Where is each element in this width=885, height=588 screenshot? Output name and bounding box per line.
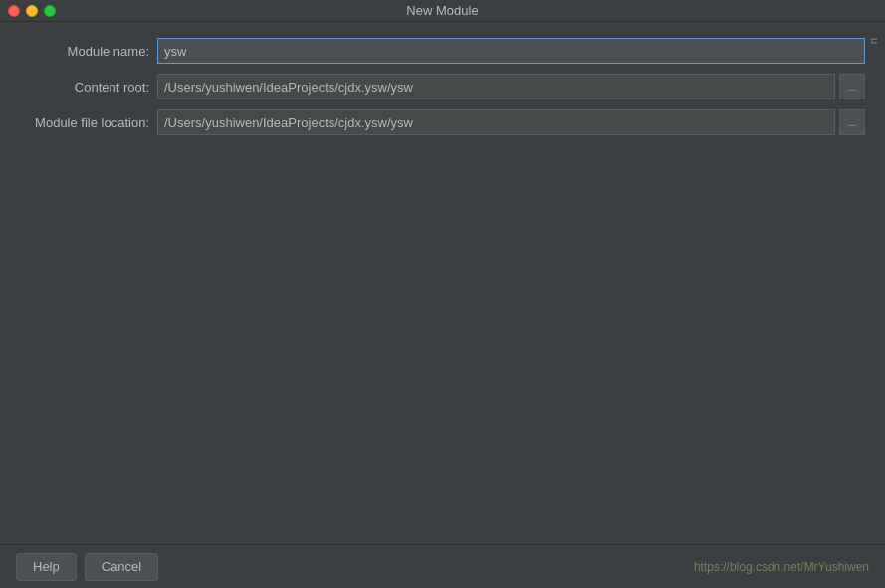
module-name-label: Module name: [20, 44, 149, 59]
module-file-location-browse-button[interactable]: ... [839, 109, 865, 135]
empty-area [20, 145, 865, 528]
window-controls [8, 5, 56, 17]
footer: Help Cancel https://blog.csdn.net/MrYush… [0, 544, 885, 588]
module-file-location-input[interactable] [157, 109, 835, 135]
footer-link: https://blog.csdn.net/MrYushiwen [694, 560, 869, 574]
footer-buttons: Help Cancel [16, 553, 158, 581]
close-button[interactable] [8, 5, 20, 17]
content-root-input[interactable] [157, 74, 835, 99]
module-file-location-row: Module file location: ... [20, 109, 865, 135]
maximize-button[interactable] [44, 5, 56, 17]
module-file-location-label: Module file location: [20, 115, 149, 130]
minimize-button[interactable] [26, 5, 38, 17]
content-root-input-wrapper: ... [157, 74, 865, 99]
module-name-input[interactable] [157, 38, 865, 64]
cancel-button[interactable]: Cancel [85, 553, 158, 581]
title-bar: New Module [0, 0, 885, 22]
help-button[interactable]: Help [16, 553, 77, 581]
module-file-location-input-wrapper: ... [157, 109, 865, 135]
dialog-title: New Module [406, 3, 478, 18]
side-hint: u [869, 38, 881, 44]
dialog-content: Module name: Content root: ... Module fi… [0, 22, 885, 544]
content-root-label: Content root: [20, 80, 149, 95]
content-root-row: Content root: ... [20, 74, 865, 99]
module-name-row: Module name: [20, 38, 865, 64]
content-root-browse-button[interactable]: ... [839, 74, 865, 99]
module-name-input-wrapper [157, 38, 865, 64]
